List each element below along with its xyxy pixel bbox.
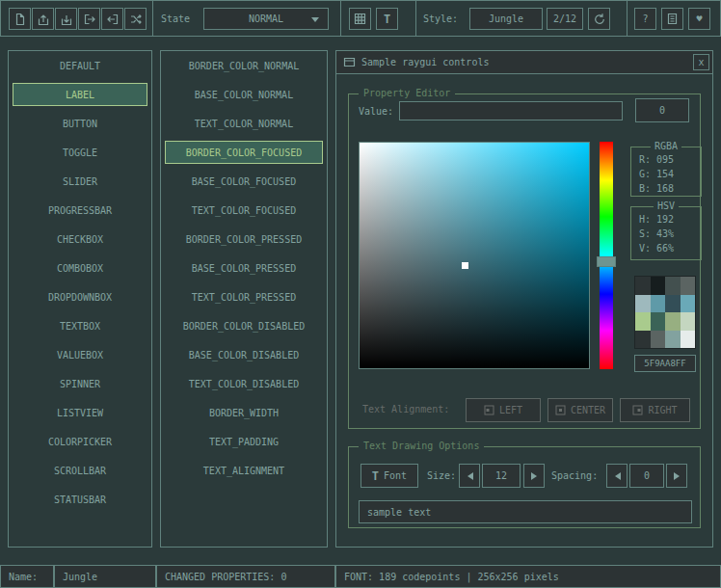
property-list-item[interactable]: BASE_COLOR_NORMAL xyxy=(165,83,323,106)
help-button[interactable]: ? xyxy=(634,8,656,30)
window-title: Sample raygui controls xyxy=(361,57,489,67)
sample-text-value: sample text xyxy=(367,507,431,518)
hex-color-input[interactable]: 5F9AA8FF xyxy=(634,355,696,372)
style-name-button[interactable]: Jungle xyxy=(469,8,543,30)
palette-swatch[interactable] xyxy=(635,277,651,295)
control-list-item[interactable]: TEXTBOX xyxy=(13,314,147,337)
property-list-item[interactable]: BASE_COLOR_PRESSED xyxy=(165,256,323,280)
control-list-item[interactable]: STATUSBAR xyxy=(13,488,147,511)
spacing-decrease-button[interactable] xyxy=(606,464,628,488)
state-dropdown[interactable]: NORMAL xyxy=(203,8,329,30)
reload-style-button[interactable] xyxy=(588,8,610,30)
help-icon: ? xyxy=(642,13,648,24)
import-style-button[interactable] xyxy=(101,8,123,30)
style-index-box[interactable]: 2/12 xyxy=(547,8,583,30)
property-list-item[interactable]: BORDER_COLOR_NORMAL xyxy=(165,54,323,77)
font-info-text: FONT: 189 codepoints | 256x256 pixels xyxy=(344,572,559,582)
hue-slider-handle[interactable] xyxy=(597,256,616,267)
property-list-item[interactable]: TEXT_ALIGNMENT xyxy=(165,459,323,482)
palette-swatch[interactable] xyxy=(651,277,666,295)
palette-swatch[interactable] xyxy=(681,277,696,295)
palette-swatch[interactable] xyxy=(665,312,681,331)
property-list-item[interactable]: BASE_COLOR_DISABLED xyxy=(165,343,323,366)
property-list-item[interactable]: TEXT_COLOR_NORMAL xyxy=(165,112,323,135)
palette-swatch[interactable] xyxy=(665,277,681,295)
style-name-input[interactable]: Jungle xyxy=(54,565,156,588)
palette-swatch[interactable] xyxy=(665,295,681,313)
color-picker-marker[interactable] xyxy=(462,262,468,269)
control-list-item[interactable]: TOGGLE xyxy=(13,141,147,164)
property-list-item[interactable]: BORDER_COLOR_DISABLED xyxy=(165,314,323,337)
spacing-value-box[interactable]: 0 xyxy=(629,464,664,488)
property-list-item[interactable]: TEXT_COLOR_PRESSED xyxy=(165,285,323,308)
new-style-button[interactable] xyxy=(9,8,31,30)
control-list-item[interactable]: BUTTON xyxy=(13,112,147,135)
window-close-button[interactable]: x xyxy=(693,54,709,70)
value-input[interactable] xyxy=(399,101,623,120)
property-list-item[interactable]: TEXT_COLOR_FOCUSED xyxy=(165,199,323,222)
size-value-box[interactable]: 12 xyxy=(482,464,521,488)
control-list-item[interactable]: COMBOBOX xyxy=(13,256,147,280)
control-list-item[interactable]: SLIDER xyxy=(13,170,147,193)
state-label: State xyxy=(161,1,190,36)
color-saturation-value-panel[interactable] xyxy=(359,142,590,369)
property-list-item[interactable]: TEXT_PADDING xyxy=(165,430,323,453)
palette-swatch[interactable] xyxy=(651,312,666,331)
palette-swatch[interactable] xyxy=(681,331,696,349)
palette-swatch[interactable] xyxy=(651,295,666,313)
spacing-increase-button[interactable] xyxy=(666,464,687,488)
palette-swatch[interactable] xyxy=(681,295,696,313)
property-list-item[interactable]: TEXT_COLOR_DISABLED xyxy=(165,372,323,395)
palette-swatch[interactable] xyxy=(665,331,681,349)
shuffle-icon xyxy=(129,13,143,26)
align-right-button[interactable]: RIGHT xyxy=(620,398,690,422)
palette-swatch[interactable] xyxy=(635,331,651,349)
import-file-icon xyxy=(106,13,120,26)
control-list-item[interactable]: LISTVIEW xyxy=(13,401,147,424)
size-decrease-button[interactable] xyxy=(459,464,480,488)
align-left-button[interactable]: LEFT xyxy=(466,398,541,422)
arrow-left-icon xyxy=(464,472,473,480)
control-list-item[interactable]: DROPDOWNBOX xyxy=(13,285,147,308)
hue-bar[interactable] xyxy=(600,142,613,369)
toolbar-divider xyxy=(152,1,153,36)
statusbar-name-label: Name: xyxy=(0,565,54,588)
font-button[interactable]: T Font xyxy=(360,464,418,488)
load-style-button[interactable] xyxy=(32,8,54,30)
font-editor-button[interactable]: T xyxy=(376,8,398,30)
palette-swatch[interactable] xyxy=(651,331,666,349)
style-table-view-button[interactable] xyxy=(349,8,371,30)
text-alignment-label: Text Alignment: xyxy=(362,404,449,414)
control-list-item[interactable]: SPINNER xyxy=(13,372,147,395)
sponsor-button[interactable]: ♥ xyxy=(688,8,710,30)
value-counter-button[interactable]: 0 xyxy=(635,98,689,122)
property-list-item[interactable]: BORDER_COLOR_PRESSED xyxy=(165,227,323,251)
property-list-item[interactable]: BASE_COLOR_FOCUSED xyxy=(165,170,323,193)
control-list-item[interactable]: CHECKBOX xyxy=(13,227,147,251)
property-editor-group: Property Editor Value: 0 RGBA R: 095 G: … xyxy=(348,94,701,429)
align-center-button[interactable]: CENTER xyxy=(547,398,613,422)
control-list-item[interactable]: DEFAULT xyxy=(13,54,147,77)
size-increase-button[interactable] xyxy=(523,464,545,488)
control-list-item-selected[interactable]: LABEL xyxy=(13,83,147,106)
palette-swatch[interactable] xyxy=(681,312,696,331)
new-file-icon xyxy=(13,13,27,26)
property-list-item-selected[interactable]: BORDER_COLOR_FOCUSED xyxy=(165,141,323,164)
property-list-item[interactable]: BORDER_WIDTH xyxy=(165,401,323,424)
toolbar-divider xyxy=(627,1,628,36)
randomize-style-button[interactable] xyxy=(124,8,147,30)
save-style-button[interactable] xyxy=(55,8,77,30)
control-list-item[interactable]: SCROLLBAR xyxy=(13,459,147,482)
about-button[interactable] xyxy=(661,8,683,30)
palette-swatch[interactable] xyxy=(635,295,651,313)
control-list-item[interactable]: PROGRESSBAR xyxy=(13,199,147,222)
control-list-item[interactable]: VALUEBOX xyxy=(13,343,147,366)
toolbar-divider xyxy=(340,1,341,36)
text-drawing-options-group: Text Drawing Options T Font Size: 12 Spa… xyxy=(348,446,701,528)
window-titlebar[interactable]: Sample raygui controls x xyxy=(336,51,712,74)
palette-swatch[interactable] xyxy=(635,312,651,331)
sample-text-input[interactable]: sample text xyxy=(359,500,692,523)
export-style-button[interactable] xyxy=(78,8,100,30)
arrow-right-icon xyxy=(531,472,541,480)
control-list-item[interactable]: COLORPICKER xyxy=(13,430,147,453)
